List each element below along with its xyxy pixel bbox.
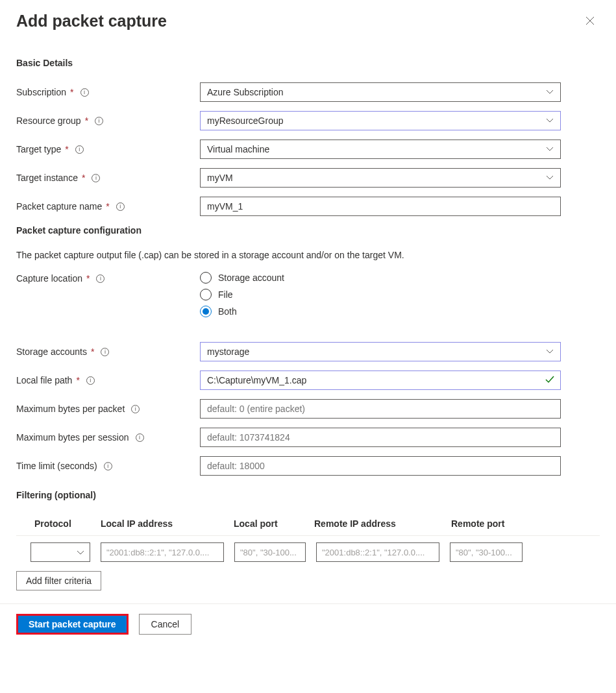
label-time-limit: Time limit (seconds) [16,461,97,471]
section-basic-details: Basic Details [16,58,600,68]
label-max-bytes-session: Maximum bytes per session [16,432,129,443]
max-bytes-session-input[interactable] [200,428,561,447]
label-storage-accounts: Storage accounts [16,346,87,357]
info-icon[interactable]: i [75,145,84,154]
info-icon[interactable]: i [92,174,100,182]
target-instance-select[interactable]: myVM [200,168,561,188]
chevron-down-icon [546,145,554,154]
target-instance-value: myVM [207,173,233,183]
radio-label-file: File [218,289,233,300]
filter-header-protocol: Protocol [34,518,101,529]
label-target-type: Target type [16,144,61,154]
info-icon[interactable]: i [116,202,125,211]
info-icon[interactable]: i [86,376,95,385]
required-marker: * [65,144,68,154]
radio-both[interactable]: Both [200,306,561,317]
subscription-value: Azure Subscription [207,87,284,97]
storage-accounts-select[interactable]: mystorage [200,342,561,361]
section-filtering: Filtering (optional) [16,490,600,500]
local-file-path-input[interactable] [200,371,561,390]
chevron-down-icon [546,173,554,182]
radio-file[interactable]: File [200,289,561,300]
radio-storage-account[interactable]: Storage account [200,272,561,284]
resource-group-value: myResourceGroup [207,116,284,126]
required-marker: * [91,346,94,357]
info-icon[interactable]: i [80,88,89,97]
info-icon[interactable]: i [96,274,105,283]
filter-row: "2001:db8::2:1", "127.0.0.... "80", "30-… [16,535,600,562]
config-description: The packet capture output file (.cap) ca… [16,250,600,260]
label-target-instance: Target instance [16,173,78,183]
filter-remote-ip-input[interactable]: "2001:db8::2:1", "127.0.0.... [316,542,439,562]
target-type-select[interactable]: Virtual machine [200,140,561,159]
filter-protocol-select[interactable] [31,542,90,562]
subscription-select[interactable]: Azure Subscription [200,82,561,102]
radio-label-storage: Storage account [218,273,284,283]
label-resource-group: Resource group [16,116,81,126]
required-marker: * [70,87,73,97]
label-capture-name: Packet capture name [16,201,102,212]
close-icon[interactable] [580,14,600,30]
label-max-bytes-packet: Maximum bytes per packet [16,404,125,414]
required-marker: * [76,375,79,385]
info-icon[interactable]: i [104,462,112,470]
filter-header-local-port: Local port [234,518,314,529]
filter-local-port-input[interactable]: "80", "30-100... [234,542,306,562]
info-icon[interactable]: i [101,348,109,356]
required-marker: * [86,273,90,284]
capture-name-input[interactable] [200,197,561,216]
filter-local-ip-input[interactable]: "2001:db8::2:1", "127.0.0.... [101,542,224,562]
label-subscription: Subscription [16,87,66,97]
filter-remote-port-input[interactable]: "80", "30-100... [450,542,523,562]
chevron-down-icon [546,116,554,125]
max-bytes-packet-input[interactable] [200,399,561,419]
add-filter-criteria-button[interactable]: Add filter criteria [16,571,101,590]
required-marker: * [85,116,88,126]
chevron-down-icon [546,347,554,356]
info-icon[interactable]: i [95,117,103,125]
filter-header-remote-port: Remote port [451,518,600,529]
label-local-file-path: Local file path [16,375,72,385]
target-type-value: Virtual machine [207,144,269,154]
page-title: Add packet capture [16,12,167,30]
filter-header-local-ip: Local IP address [101,518,234,529]
label-capture-location: Capture location [16,273,82,284]
storage-accounts-value: mystorage [207,346,249,357]
section-config: Packet capture configuration [16,225,600,236]
checkmark-icon [545,375,554,385]
time-limit-input[interactable] [200,456,561,476]
chevron-down-icon [77,548,84,557]
required-marker: * [82,173,85,183]
info-icon[interactable]: i [136,433,144,442]
radio-label-both: Both [218,306,237,317]
required-marker: * [106,201,109,212]
chevron-down-icon [546,88,554,97]
filter-header-remote-ip: Remote IP address [314,518,451,529]
resource-group-select[interactable]: myResourceGroup [200,111,561,130]
start-packet-capture-button[interactable]: Start packet capture [16,614,129,635]
info-icon[interactable]: i [131,405,140,413]
cancel-button[interactable]: Cancel [139,614,192,635]
